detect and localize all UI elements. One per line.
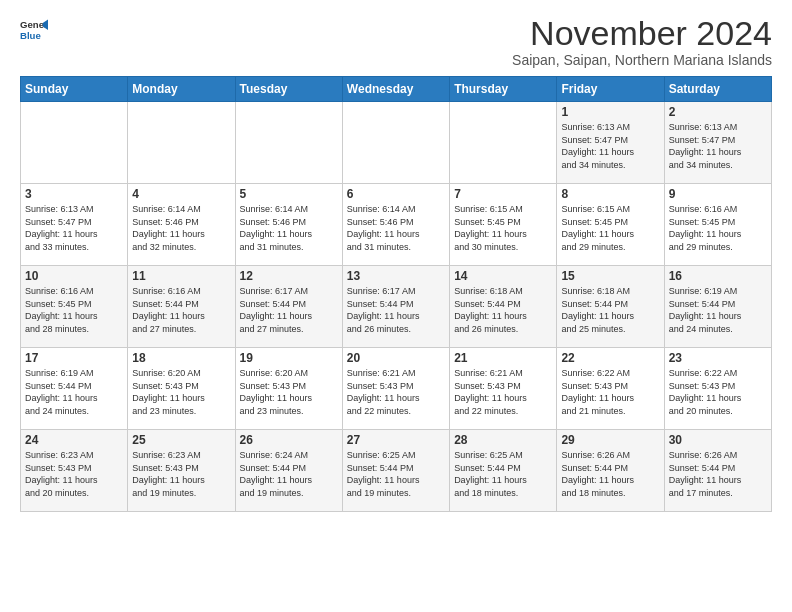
day-number: 9 [669,187,767,201]
day-info: Sunrise: 6:18 AM Sunset: 5:44 PM Dayligh… [454,285,552,335]
day-info: Sunrise: 6:16 AM Sunset: 5:45 PM Dayligh… [25,285,123,335]
day-number: 21 [454,351,552,365]
calendar-cell [342,102,449,184]
calendar-cell [450,102,557,184]
calendar-week-row: 1Sunrise: 6:13 AM Sunset: 5:47 PM Daylig… [21,102,772,184]
day-number: 29 [561,433,659,447]
day-header-sunday: Sunday [21,77,128,102]
logo-icon: General Blue [20,16,48,44]
day-info: Sunrise: 6:13 AM Sunset: 5:47 PM Dayligh… [25,203,123,253]
day-info: Sunrise: 6:21 AM Sunset: 5:43 PM Dayligh… [454,367,552,417]
day-number: 28 [454,433,552,447]
day-info: Sunrise: 6:17 AM Sunset: 5:44 PM Dayligh… [347,285,445,335]
day-header-wednesday: Wednesday [342,77,449,102]
day-info: Sunrise: 6:21 AM Sunset: 5:43 PM Dayligh… [347,367,445,417]
calendar-cell: 20Sunrise: 6:21 AM Sunset: 5:43 PM Dayli… [342,348,449,430]
calendar-cell: 21Sunrise: 6:21 AM Sunset: 5:43 PM Dayli… [450,348,557,430]
day-info: Sunrise: 6:13 AM Sunset: 5:47 PM Dayligh… [561,121,659,171]
day-info: Sunrise: 6:26 AM Sunset: 5:44 PM Dayligh… [561,449,659,499]
calendar-cell: 10Sunrise: 6:16 AM Sunset: 5:45 PM Dayli… [21,266,128,348]
calendar-cell: 6Sunrise: 6:14 AM Sunset: 5:46 PM Daylig… [342,184,449,266]
calendar-page: General Blue November 2024 Saipan, Saipa… [0,0,792,522]
day-number: 30 [669,433,767,447]
calendar-cell [128,102,235,184]
day-number: 10 [25,269,123,283]
day-info: Sunrise: 6:13 AM Sunset: 5:47 PM Dayligh… [669,121,767,171]
day-number: 18 [132,351,230,365]
day-number: 13 [347,269,445,283]
day-info: Sunrise: 6:22 AM Sunset: 5:43 PM Dayligh… [669,367,767,417]
calendar-cell: 18Sunrise: 6:20 AM Sunset: 5:43 PM Dayli… [128,348,235,430]
day-info: Sunrise: 6:19 AM Sunset: 5:44 PM Dayligh… [25,367,123,417]
day-header-friday: Friday [557,77,664,102]
day-info: Sunrise: 6:18 AM Sunset: 5:44 PM Dayligh… [561,285,659,335]
day-info: Sunrise: 6:23 AM Sunset: 5:43 PM Dayligh… [25,449,123,499]
calendar-cell [21,102,128,184]
month-title: November 2024 [512,16,772,50]
day-number: 7 [454,187,552,201]
day-number: 1 [561,105,659,119]
day-number: 6 [347,187,445,201]
calendar-cell: 19Sunrise: 6:20 AM Sunset: 5:43 PM Dayli… [235,348,342,430]
calendar-cell: 26Sunrise: 6:24 AM Sunset: 5:44 PM Dayli… [235,430,342,512]
calendar-cell: 22Sunrise: 6:22 AM Sunset: 5:43 PM Dayli… [557,348,664,430]
day-header-thursday: Thursday [450,77,557,102]
day-info: Sunrise: 6:24 AM Sunset: 5:44 PM Dayligh… [240,449,338,499]
day-header-monday: Monday [128,77,235,102]
day-info: Sunrise: 6:20 AM Sunset: 5:43 PM Dayligh… [240,367,338,417]
day-info: Sunrise: 6:26 AM Sunset: 5:44 PM Dayligh… [669,449,767,499]
day-info: Sunrise: 6:16 AM Sunset: 5:45 PM Dayligh… [669,203,767,253]
calendar-week-row: 24Sunrise: 6:23 AM Sunset: 5:43 PM Dayli… [21,430,772,512]
calendar-cell: 1Sunrise: 6:13 AM Sunset: 5:47 PM Daylig… [557,102,664,184]
day-info: Sunrise: 6:16 AM Sunset: 5:44 PM Dayligh… [132,285,230,335]
day-info: Sunrise: 6:20 AM Sunset: 5:43 PM Dayligh… [132,367,230,417]
day-number: 17 [25,351,123,365]
day-info: Sunrise: 6:23 AM Sunset: 5:43 PM Dayligh… [132,449,230,499]
calendar-cell: 4Sunrise: 6:14 AM Sunset: 5:46 PM Daylig… [128,184,235,266]
calendar-week-row: 10Sunrise: 6:16 AM Sunset: 5:45 PM Dayli… [21,266,772,348]
location-subtitle: Saipan, Saipan, Northern Mariana Islands [512,52,772,68]
day-info: Sunrise: 6:22 AM Sunset: 5:43 PM Dayligh… [561,367,659,417]
day-info: Sunrise: 6:25 AM Sunset: 5:44 PM Dayligh… [454,449,552,499]
day-info: Sunrise: 6:17 AM Sunset: 5:44 PM Dayligh… [240,285,338,335]
day-number: 26 [240,433,338,447]
calendar-cell: 5Sunrise: 6:14 AM Sunset: 5:46 PM Daylig… [235,184,342,266]
calendar-cell: 13Sunrise: 6:17 AM Sunset: 5:44 PM Dayli… [342,266,449,348]
calendar-cell: 16Sunrise: 6:19 AM Sunset: 5:44 PM Dayli… [664,266,771,348]
calendar-cell: 7Sunrise: 6:15 AM Sunset: 5:45 PM Daylig… [450,184,557,266]
day-number: 22 [561,351,659,365]
calendar-cell: 25Sunrise: 6:23 AM Sunset: 5:43 PM Dayli… [128,430,235,512]
day-info: Sunrise: 6:19 AM Sunset: 5:44 PM Dayligh… [669,285,767,335]
day-number: 14 [454,269,552,283]
calendar-cell: 24Sunrise: 6:23 AM Sunset: 5:43 PM Dayli… [21,430,128,512]
calendar-cell: 17Sunrise: 6:19 AM Sunset: 5:44 PM Dayli… [21,348,128,430]
day-number: 2 [669,105,767,119]
calendar-cell: 11Sunrise: 6:16 AM Sunset: 5:44 PM Dayli… [128,266,235,348]
day-info: Sunrise: 6:15 AM Sunset: 5:45 PM Dayligh… [561,203,659,253]
day-number: 15 [561,269,659,283]
day-header-tuesday: Tuesday [235,77,342,102]
header: General Blue November 2024 Saipan, Saipa… [20,16,772,68]
day-number: 3 [25,187,123,201]
day-number: 20 [347,351,445,365]
calendar-week-row: 3Sunrise: 6:13 AM Sunset: 5:47 PM Daylig… [21,184,772,266]
calendar-cell: 28Sunrise: 6:25 AM Sunset: 5:44 PM Dayli… [450,430,557,512]
logo: General Blue [20,16,48,44]
day-info: Sunrise: 6:14 AM Sunset: 5:46 PM Dayligh… [347,203,445,253]
day-number: 4 [132,187,230,201]
calendar-cell: 29Sunrise: 6:26 AM Sunset: 5:44 PM Dayli… [557,430,664,512]
calendar-cell: 9Sunrise: 6:16 AM Sunset: 5:45 PM Daylig… [664,184,771,266]
title-block: November 2024 Saipan, Saipan, Northern M… [512,16,772,68]
calendar-table: SundayMondayTuesdayWednesdayThursdayFrid… [20,76,772,512]
day-info: Sunrise: 6:25 AM Sunset: 5:44 PM Dayligh… [347,449,445,499]
day-number: 24 [25,433,123,447]
calendar-cell: 2Sunrise: 6:13 AM Sunset: 5:47 PM Daylig… [664,102,771,184]
day-number: 11 [132,269,230,283]
calendar-cell: 23Sunrise: 6:22 AM Sunset: 5:43 PM Dayli… [664,348,771,430]
calendar-cell: 27Sunrise: 6:25 AM Sunset: 5:44 PM Dayli… [342,430,449,512]
day-number: 16 [669,269,767,283]
calendar-cell: 8Sunrise: 6:15 AM Sunset: 5:45 PM Daylig… [557,184,664,266]
calendar-cell: 30Sunrise: 6:26 AM Sunset: 5:44 PM Dayli… [664,430,771,512]
day-number: 27 [347,433,445,447]
day-info: Sunrise: 6:14 AM Sunset: 5:46 PM Dayligh… [132,203,230,253]
